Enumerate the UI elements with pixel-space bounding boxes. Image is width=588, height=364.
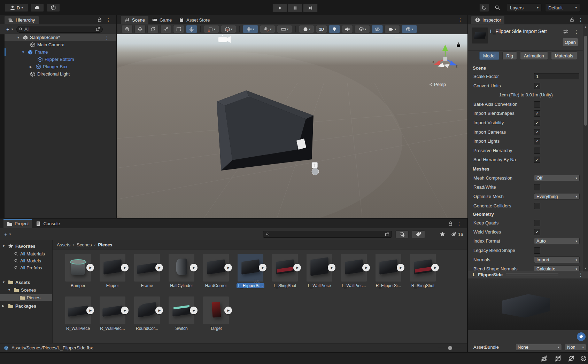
asset-item-switch[interactable]: Switch xyxy=(165,296,198,331)
layout-dropdown[interactable]: Default xyxy=(545,3,580,12)
asset-thumbnail[interactable] xyxy=(65,296,91,324)
search-by-type-button[interactable] xyxy=(395,230,409,238)
asset-item-l-slingshot[interactable]: L_SlingShot xyxy=(268,254,302,288)
play-icon[interactable] xyxy=(293,264,301,271)
asset-labels-button[interactable] xyxy=(577,332,586,341)
layers-dropdown[interactable]: Layers xyxy=(507,3,542,12)
orientation-toggle-button[interactable] xyxy=(221,25,236,33)
create-button[interactable]: + xyxy=(6,26,9,32)
scene-viewport[interactable]: x z Persp xyxy=(117,34,467,218)
asset-thumbnail[interactable] xyxy=(238,254,263,282)
grid-snapping-button[interactable] xyxy=(243,25,258,33)
checkbox[interactable]: ✓ xyxy=(534,83,540,89)
assetbundle-dropdown[interactable]: None xyxy=(515,344,562,350)
asset-item-r-flipperside[interactable]: R_FlipperSi... xyxy=(372,254,405,288)
tab-console[interactable]: Console xyxy=(32,219,63,228)
checkbox[interactable] xyxy=(534,247,540,254)
play-icon[interactable] xyxy=(431,264,439,271)
play-icon[interactable] xyxy=(224,264,232,271)
asset-thumbnail[interactable] xyxy=(307,254,332,282)
asset-thumbnail[interactable] xyxy=(410,254,436,282)
tab-hierarchy[interactable]: Hierarchy xyxy=(5,16,39,24)
lock-icon[interactable] xyxy=(97,17,102,23)
asset-thumbnail[interactable] xyxy=(169,254,194,282)
project-search[interactable] xyxy=(263,231,392,238)
preview-area[interactable] xyxy=(468,279,588,330)
shading-mode-button[interactable] xyxy=(299,25,314,33)
step-button[interactable] xyxy=(303,3,318,13)
foldout-icon[interactable] xyxy=(30,65,34,69)
open-external-icon[interactable] xyxy=(96,27,100,31)
hidden-objects-button[interactable] xyxy=(372,25,383,33)
rotate-tool-button[interactable] xyxy=(147,25,158,33)
checkbox[interactable]: ✓ xyxy=(534,157,540,163)
panel-menu-icon[interactable] xyxy=(458,17,463,22)
chevron-down-icon[interactable] xyxy=(11,27,13,31)
move-tool-button[interactable] xyxy=(134,25,146,33)
account-button[interactable]: D xyxy=(5,3,28,12)
checkbox[interactable] xyxy=(534,203,540,209)
presets-icon[interactable] xyxy=(563,29,568,34)
asset-item-r-slingshot[interactable]: R_SlingShot xyxy=(406,254,440,288)
panel-menu-icon[interactable] xyxy=(106,17,111,22)
audio-toggle-button[interactable] xyxy=(342,25,353,33)
hierarchy-item-samplescene[interactable]: SampleScene* xyxy=(5,34,116,41)
asset-thumbnail[interactable] xyxy=(341,254,367,282)
asset-thumbnail[interactable] xyxy=(134,254,160,282)
create-button[interactable]: + xyxy=(4,231,7,237)
play-icon[interactable] xyxy=(86,264,94,271)
dropdown[interactable]: Everything xyxy=(534,193,580,200)
checkbox[interactable]: ✓ xyxy=(534,129,540,135)
tab-scene[interactable]: Scene xyxy=(121,16,148,24)
asset-item-bumper[interactable]: Bumper xyxy=(61,254,95,288)
tab-game[interactable]: Game xyxy=(148,16,175,24)
compile-status-icon[interactable] xyxy=(580,355,587,362)
foldout-icon[interactable] xyxy=(2,304,6,308)
preview-header[interactable]: L_FlipperSide xyxy=(468,271,588,278)
asset-thumbnail[interactable] xyxy=(100,296,125,324)
asset-thumbnail[interactable] xyxy=(376,254,401,282)
scale-factor-field[interactable] xyxy=(534,73,579,79)
play-icon[interactable] xyxy=(155,307,163,314)
auto-refresh-disabled-icon[interactable] xyxy=(568,355,575,362)
asset-thumbnail[interactable] xyxy=(272,254,298,282)
play-icon[interactable] xyxy=(397,264,404,271)
lock-icon[interactable] xyxy=(569,17,575,23)
asset-thumbnail[interactable] xyxy=(100,254,125,282)
play-icon[interactable] xyxy=(224,307,232,314)
transform-tool-button[interactable] xyxy=(186,25,197,33)
checkbox[interactable]: ✓ xyxy=(534,120,540,126)
tab-project[interactable]: Project xyxy=(3,219,32,228)
play-icon[interactable] xyxy=(328,264,335,271)
checkbox[interactable]: ✓ xyxy=(534,229,540,235)
asset-thumbnail[interactable] xyxy=(65,254,91,282)
tab-inspector[interactable]: Inspector xyxy=(471,16,504,24)
play-icon[interactable] xyxy=(190,264,198,271)
scale-tool-button[interactable] xyxy=(160,25,171,33)
pause-button[interactable] xyxy=(288,3,302,13)
snap-settings-button[interactable] xyxy=(277,25,292,33)
asset-item-r-wallpiece-2[interactable]: R_WallPiec... xyxy=(96,296,129,331)
scene-menu-icon[interactable] xyxy=(105,35,109,40)
search-by-label-button[interactable] xyxy=(412,230,425,238)
asset-thumbnail[interactable] xyxy=(203,296,229,324)
play-icon[interactable] xyxy=(86,307,94,314)
open-external-icon[interactable] xyxy=(385,232,389,237)
inspector-scrollbar[interactable]: ▲ ▼ xyxy=(583,24,588,271)
lock-icon[interactable] xyxy=(448,221,453,227)
thumbnail-size-slider[interactable] xyxy=(438,348,461,348)
dropdown[interactable]: Auto xyxy=(534,238,580,244)
scrollbar-thumb[interactable] xyxy=(584,36,587,126)
favorite-star-icon[interactable] xyxy=(440,231,445,237)
effects-toggle-button[interactable] xyxy=(355,25,370,33)
debugger-disabled-icon[interactable] xyxy=(541,355,548,362)
dropdown[interactable]: Calculate xyxy=(534,266,580,271)
cache-disabled-icon[interactable] xyxy=(555,355,562,362)
lighting-toggle-button[interactable] xyxy=(329,25,340,33)
play-icon[interactable] xyxy=(259,264,266,271)
foldout-icon[interactable] xyxy=(22,50,26,54)
play-button[interactable] xyxy=(272,3,287,13)
asset-item-r-wallpiece[interactable]: R_WallPiece xyxy=(61,296,95,331)
foldout-icon[interactable] xyxy=(8,288,12,292)
asset-item-roundcorner[interactable]: RoundCor... xyxy=(130,296,164,331)
